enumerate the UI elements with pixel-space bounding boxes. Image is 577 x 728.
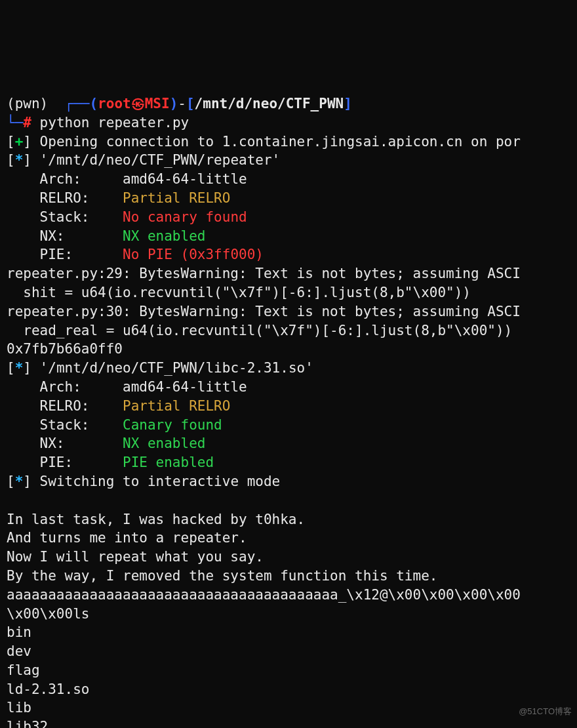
relro-value: Partial RELRO [123,398,230,414]
ls-item: dev [7,643,31,659]
stack-label: Stack: [7,417,123,433]
arch-value: amd64-64-little [123,379,247,395]
open-lbrack: [ [7,134,15,150]
relro-label: RELRO: [7,398,123,414]
file2-rbrack: ] [23,360,39,376]
arch-label: Arch: [7,171,123,187]
file1-rbrack: ] [23,152,39,168]
switch-lbrack: [ [7,474,15,489]
ls-item: lib [7,700,31,716]
open-rbrack: ] [23,134,39,150]
story-line-1: In last task, I was hacked by t0hka. [7,512,305,527]
pie-value: No PIE (0x3ff000) [123,247,264,262]
arch-value: amd64-64-little [123,171,247,187]
prompt-hash: # [23,115,31,131]
prompt-cwd: /mnt/d/neo/CTF_PWN [195,96,344,111]
switch-rbrack: ] [23,474,39,489]
file1-path: '/mnt/d/neo/CTF_PWN/repeater' [40,152,281,168]
file2-lbrack: [ [7,360,15,376]
file2-path: '/mnt/d/neo/CTF_PWN/libc-2.31.so' [40,360,313,376]
nx-value: NX enabled [123,228,205,244]
env-tag: (pwn) [7,96,48,111]
nx-label: NX: [7,435,123,451]
stack-label: Stack: [7,209,123,225]
file1-lbrack: [ [7,152,15,168]
relro-value: Partial RELRO [123,190,230,206]
plus-icon: + [15,134,24,150]
stack-value: No canary found [123,209,247,225]
nx-value: NX enabled [123,435,205,451]
prompt-corner-h: ┌── [65,96,90,111]
story-line-4: By the way, I removed the system functio… [7,568,437,584]
prompt-corner-v: └─ [7,115,23,131]
prompt-lbrack: [ [186,96,195,111]
ls-item: bin [7,624,31,640]
terminal[interactable]: (pwn) ┌──(root㉿MSI)-[/mnt/d/neo/CTF_PWN]… [0,94,577,728]
leaked-address: 0x7fb7b66a0ff0 [7,341,123,357]
stack-value: Canary found [123,417,222,433]
prompt-host: MSI [145,96,170,111]
ls-item: flag [7,662,40,678]
warn-line-4: read_real = u64(io.recvuntil("\x7f")[-6:… [7,323,512,338]
switch-text: Switching to interactive mode [40,474,281,489]
relro-label: RELRO: [7,190,123,206]
watermark: @51CTO博客 [519,702,572,721]
star-icon: * [15,474,24,489]
skull-icon: ㉿ [131,96,145,111]
pie-label: PIE: [7,247,123,262]
pie-label: PIE: [7,455,123,470]
warn-line-2: shit = u64(io.recvuntil("\x7f")[-6:].lju… [7,285,471,300]
ls-item: ld-2.31.so [7,681,89,697]
payload-line-1: aaaaaaaaaaaaaaaaaaaaaaaaaaaaaaaaaaaaaaaa… [7,587,521,603]
prompt-rbrack: ] [344,96,352,111]
arch-label: Arch: [7,379,123,395]
open-connection-text: Opening connection to 1.container.jingsa… [40,134,521,150]
prompt-user: root [98,96,131,111]
warn-line-3: repeater.py:30: BytesWarning: Text is no… [7,304,521,319]
prompt-dash: - [178,96,186,111]
ls-item: lib32 [7,719,48,728]
star-icon: * [15,152,24,168]
pie-value: PIE enabled [123,455,214,470]
prompt-lparen: ( [89,96,98,111]
nx-label: NX: [7,228,123,244]
star-icon: * [15,360,24,376]
story-line-3: Now I will repeat what you say. [7,549,264,565]
story-line-2: And turns me into a repeater. [7,530,247,546]
prompt-rparen: ) [170,96,178,111]
warn-line-1: repeater.py:29: BytesWarning: Text is no… [7,266,521,281]
command-input[interactable]: python repeater.py [40,115,189,131]
payload-line-2: \x00\x00ls [7,606,89,622]
